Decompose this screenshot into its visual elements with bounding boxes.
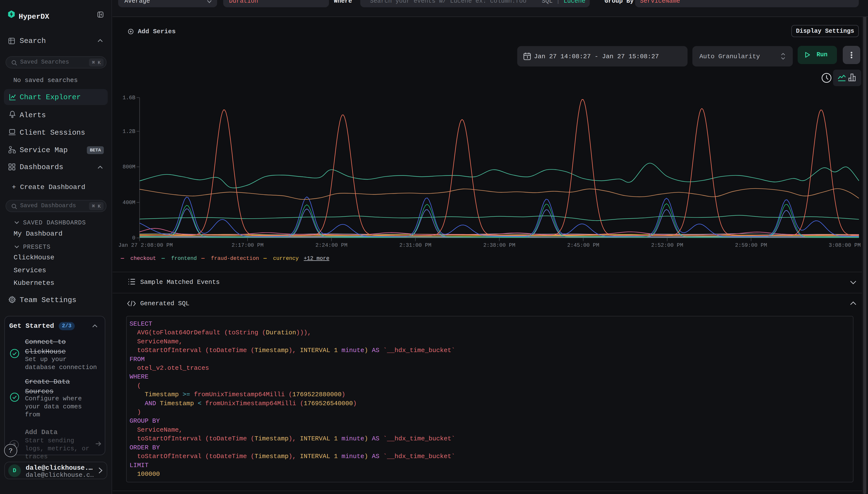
svg-text:2:31:00 PM: 2:31:00 PM (399, 242, 431, 248)
svg-text:2:59:00 PM: 2:59:00 PM (735, 242, 767, 248)
svg-text:2:52:00 PM: 2:52:00 PM (651, 242, 683, 248)
svg-text:2:45:00 PM: 2:45:00 PM (567, 242, 599, 248)
svg-text:3:08:00 PM: 3:08:00 PM (829, 242, 861, 248)
svg-text:2:38:00 PM: 2:38:00 PM (483, 242, 515, 248)
svg-text:2:24:00 PM: 2:24:00 PM (315, 242, 347, 248)
svg-text:400M: 400M (122, 200, 135, 206)
svg-text:Jan 27 2:08:00 PM: Jan 27 2:08:00 PM (118, 242, 173, 248)
svg-text:1.2B: 1.2B (122, 129, 135, 135)
svg-text:800M: 800M (122, 164, 135, 170)
svg-text:0: 0 (132, 235, 135, 241)
svg-text:2:17:00 PM: 2:17:00 PM (231, 242, 264, 248)
svg-text:1.6B: 1.6B (122, 95, 135, 101)
